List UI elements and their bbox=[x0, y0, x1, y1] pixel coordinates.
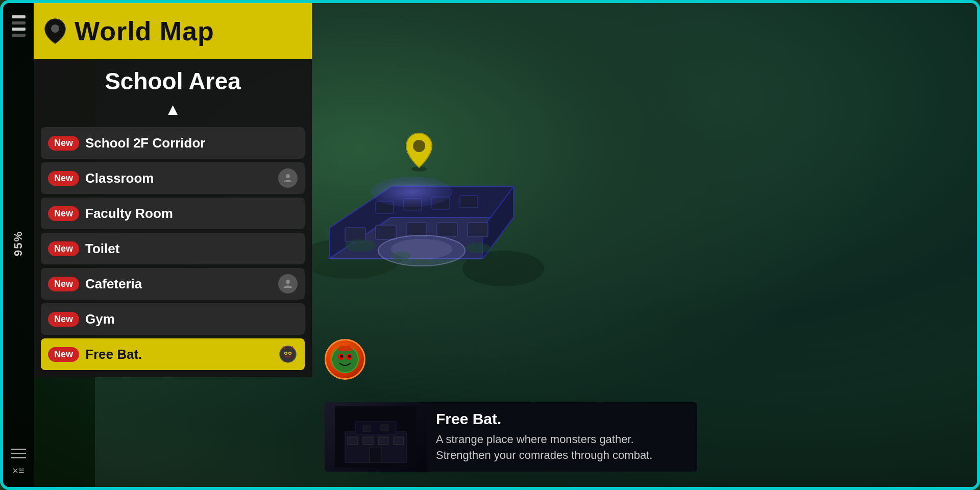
location-item-school-2f[interactable]: New School 2F Corridor bbox=[41, 127, 305, 159]
location-name-toilet: Toilet bbox=[85, 241, 298, 257]
location-list: New School 2F Corridor New Classroom New… bbox=[34, 127, 312, 377]
up-arrow[interactable]: ▲ bbox=[44, 100, 302, 119]
location-pin bbox=[404, 131, 434, 174]
svg-point-17 bbox=[345, 239, 376, 252]
info-description: A strange place where monsters gather.St… bbox=[436, 432, 652, 463]
world-map-title: World Map bbox=[75, 16, 214, 46]
new-badge-gym: New bbox=[48, 312, 79, 327]
svg-rect-41 bbox=[363, 437, 373, 445]
map-pin-icon bbox=[44, 18, 66, 44]
info-title: Free Bat. bbox=[436, 410, 652, 428]
svg-rect-28 bbox=[339, 346, 351, 349]
npc-icon-classroom bbox=[278, 168, 298, 188]
bat-icon bbox=[278, 345, 298, 364]
new-badge-free-bat: New bbox=[48, 347, 79, 362]
svg-rect-7 bbox=[376, 225, 396, 239]
close-icon[interactable]: ×≡ bbox=[12, 465, 24, 477]
location-name-gym: Gym bbox=[85, 311, 298, 327]
stripe-4 bbox=[12, 34, 26, 37]
location-item-cafeteria[interactable]: New Cafeteria bbox=[41, 268, 305, 300]
new-badge-cafeteria: New bbox=[48, 277, 79, 291]
location-item-faculty-room[interactable]: New Faculty Room bbox=[41, 198, 305, 229]
character-avatar bbox=[325, 339, 365, 380]
svg-rect-44 bbox=[363, 426, 371, 432]
location-name-classroom: Classroom bbox=[85, 170, 272, 186]
svg-rect-9 bbox=[437, 223, 457, 237]
svg-point-35 bbox=[285, 353, 287, 354]
school-area-section: School Area ▲ bbox=[34, 59, 312, 127]
svg-point-32 bbox=[280, 346, 296, 362]
location-name-cafeteria: Cafeteria bbox=[85, 276, 272, 292]
location-glow bbox=[371, 177, 452, 207]
svg-rect-14 bbox=[460, 195, 478, 208]
location-item-toilet[interactable]: New Toilet bbox=[41, 233, 305, 264]
school-area-title: School Area bbox=[44, 67, 302, 95]
location-item-gym[interactable]: New Gym bbox=[41, 303, 305, 335]
stripe-decoration bbox=[10, 13, 28, 39]
svg-point-26 bbox=[348, 355, 351, 358]
bottom-controls: ×≡ bbox=[11, 449, 26, 477]
side-panel: 95% ×≡ bbox=[3, 3, 34, 487]
svg-point-30 bbox=[286, 174, 290, 178]
new-badge-faculty-room: New bbox=[48, 206, 79, 221]
new-badge-toilet: New bbox=[48, 241, 79, 256]
svg-rect-8 bbox=[406, 223, 427, 237]
svg-rect-10 bbox=[468, 223, 488, 237]
svg-point-31 bbox=[286, 280, 290, 284]
game-frame: 95% ×≡ World Map School Area ▲ bbox=[0, 0, 980, 490]
thumb-inner bbox=[325, 402, 427, 472]
menu-icon[interactable] bbox=[11, 449, 26, 460]
world-map-header: World Map bbox=[34, 3, 312, 59]
svg-rect-43 bbox=[394, 437, 404, 445]
svg-rect-42 bbox=[378, 437, 388, 445]
location-name-faculty-room: Faculty Room bbox=[85, 206, 298, 222]
stripe-2 bbox=[12, 21, 26, 24]
new-badge-classroom: New bbox=[48, 171, 79, 186]
npc-icon-cafeteria bbox=[278, 274, 298, 293]
new-badge-school-2f: New bbox=[48, 136, 79, 151]
svg-point-25 bbox=[340, 355, 343, 358]
svg-point-21 bbox=[413, 140, 425, 152]
svg-rect-46 bbox=[370, 447, 382, 462]
location-item-free-bat[interactable]: New Free Bat. bbox=[41, 338, 305, 370]
location-name-free-bat: Free Bat. bbox=[85, 347, 272, 362]
svg-point-19 bbox=[391, 252, 411, 260]
svg-point-18 bbox=[465, 243, 491, 253]
svg-rect-45 bbox=[381, 425, 388, 431]
info-thumbnail bbox=[325, 402, 427, 472]
stripe-3 bbox=[12, 28, 26, 31]
location-name-school-2f: School 2F Corridor bbox=[85, 135, 298, 151]
stripe-1 bbox=[12, 15, 26, 18]
percent-indicator: 95% bbox=[12, 231, 25, 256]
svg-point-36 bbox=[289, 353, 291, 354]
svg-rect-40 bbox=[348, 437, 358, 445]
info-text-area: Free Bat. A strange place where monsters… bbox=[427, 402, 662, 472]
svg-rect-39 bbox=[355, 422, 396, 434]
svg-point-29 bbox=[51, 24, 59, 33]
location-item-classroom[interactable]: New Classroom bbox=[41, 162, 305, 194]
left-panel: World Map School Area ▲ New School 2F Co… bbox=[34, 3, 312, 487]
info-panel: Free Bat. A strange place where monsters… bbox=[325, 402, 697, 472]
